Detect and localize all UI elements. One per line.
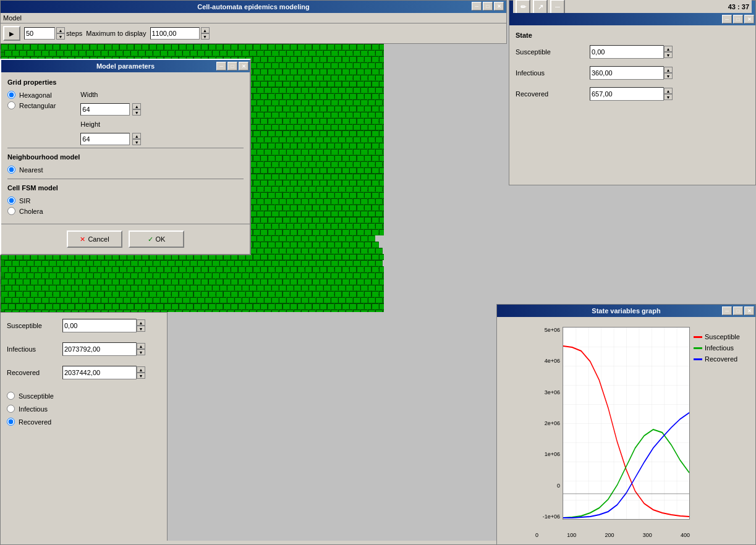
x-label-400: 400: [681, 532, 690, 538]
menu-bar: Model: [1, 13, 506, 23]
dialog-close-btn[interactable]: ✕: [239, 62, 248, 70]
steps-input[interactable]: [24, 27, 55, 40]
state-close-btn[interactable]: ✕: [744, 15, 754, 23]
susceptible-down[interactable]: ▼: [664, 52, 673, 58]
frame-indicator: 43 : 37: [728, 3, 749, 11]
radio-recovered[interactable]: [7, 418, 15, 426]
recovered-down[interactable]: ▼: [664, 94, 673, 100]
infectious-spinner: ▲ ▼: [664, 67, 673, 79]
graph-legend: Susceptible Infectious Recovered: [690, 327, 752, 520]
rectangular-radio[interactable]: [7, 101, 15, 109]
dialog-buttons: ✕ Cancel ✓ OK: [1, 224, 250, 254]
state-window-titlebar: ─ □ ✕: [509, 13, 755, 25]
height-down[interactable]: ▼: [132, 139, 141, 145]
left-infectious-input-group: ▲ ▼: [62, 342, 145, 356]
infectious-label: Infectious: [516, 69, 590, 77]
recovered-up[interactable]: ▲: [664, 88, 673, 94]
cancel-button[interactable]: ✕ Cancel: [67, 230, 122, 248]
hexagonal-radio[interactable]: [7, 91, 15, 99]
max-display-input[interactable]: [150, 27, 200, 40]
susceptible-row: Susceptible ▲ ▼: [516, 45, 749, 59]
maximize-button[interactable]: □: [483, 2, 493, 11]
close-button[interactable]: ✕: [494, 2, 504, 11]
width-down[interactable]: ▼: [132, 109, 141, 116]
sir-radio[interactable]: [7, 196, 15, 205]
max-display-down[interactable]: ▼: [201, 33, 210, 40]
play-button[interactable]: ▶: [3, 26, 20, 41]
model-params-dialog: Model parameters ─ □ ✕ Grid properties H…: [0, 59, 251, 255]
ok-button[interactable]: ✓ OK: [129, 230, 184, 248]
menu-model[interactable]: Model: [3, 14, 22, 22]
dialog-body: Grid properties Hexagonal Rectangular Wi…: [1, 72, 250, 224]
ok-icon: ✓: [148, 235, 153, 243]
max-display-up[interactable]: ▲: [201, 27, 210, 33]
play-icon: ▶: [9, 30, 14, 37]
width-up[interactable]: ▲: [132, 103, 141, 109]
recovered-input[interactable]: [590, 87, 664, 101]
height-label: Height: [80, 120, 111, 128]
y-label-0: 0: [557, 483, 560, 489]
cholera-radio[interactable]: [7, 207, 15, 215]
left-susceptible-row: Susceptible ▲ ▼: [7, 319, 161, 332]
height-input[interactable]: [80, 133, 130, 145]
susceptible-input[interactable]: [590, 45, 664, 59]
infectious-down[interactable]: ▼: [664, 73, 673, 79]
radio-susceptible[interactable]: [7, 392, 15, 400]
pencil-icon: ✏: [520, 3, 526, 11]
divider-2: [7, 179, 244, 179]
steps-up[interactable]: ▲: [56, 27, 65, 33]
height-row: Height: [80, 120, 141, 128]
left-susceptible-input[interactable]: [62, 319, 137, 332]
graph-maximize-btn[interactable]: □: [733, 306, 743, 315]
y-axis-labels: 5e+06 4e+06 3e+06 2e+06 1e+06 0 -1e+06: [532, 327, 563, 520]
left-susceptible-down[interactable]: ▼: [137, 326, 145, 332]
state-maximize-btn[interactable]: □: [733, 15, 743, 23]
left-infectious-up[interactable]: ▲: [137, 343, 145, 349]
infectious-input[interactable]: [590, 66, 664, 80]
dialog-minimize-btn[interactable]: ─: [216, 62, 226, 70]
steps-spinner: ▲ ▼: [56, 27, 65, 40]
state-window: ✏ ↗ ─ 43 : 37 ─ □ ✕ State Susceptible ▲: [509, 0, 756, 185]
left-recovered-input[interactable]: [62, 366, 137, 379]
state-title-bar: ✏ ↗ ─ 43 : 37: [509, 1, 755, 13]
left-recovered-row: Recovered ▲ ▼: [7, 366, 161, 379]
x-label-300: 300: [643, 532, 652, 538]
steps-down[interactable]: ▼: [56, 33, 65, 40]
nearest-radio[interactable]: [7, 166, 15, 174]
minimize-button[interactable]: ─: [472, 2, 482, 11]
minus-btn[interactable]: ─: [550, 0, 565, 14]
left-state-panel: Susceptible ▲ ▼ Infectious ▲ ▼: [1, 312, 168, 541]
state-section-label: State: [516, 32, 749, 39]
dialog-maximize-btn[interactable]: □: [227, 62, 237, 70]
cholera-row: Cholera: [7, 207, 244, 215]
radio-infectious[interactable]: [7, 405, 15, 413]
width-input[interactable]: [80, 103, 130, 116]
svg-rect-5: [563, 327, 689, 519]
left-recovered-spinner: ▲ ▼: [137, 366, 145, 379]
radio-infectious-label: Infectious: [19, 405, 48, 413]
width-input-row: ▲ ▼: [80, 103, 141, 116]
state-minimize-btn[interactable]: ─: [722, 15, 732, 23]
height-up[interactable]: ▲: [132, 133, 141, 139]
legend-recovered-color: [694, 358, 702, 360]
infectious-up[interactable]: ▲: [664, 67, 673, 73]
left-recovered-label: Recovered: [7, 369, 62, 376]
graph-close-btn[interactable]: ✕: [744, 306, 754, 315]
left-infectious-down[interactable]: ▼: [137, 349, 145, 355]
arrow-btn[interactable]: ↗: [533, 0, 548, 14]
left-infectious-input[interactable]: [62, 342, 137, 356]
graph-title-text: State variables graph: [592, 307, 660, 315]
y-label-3e6: 3e+06: [545, 389, 560, 395]
left-recovered-down[interactable]: ▼: [137, 373, 145, 379]
left-susceptible-up[interactable]: ▲: [137, 319, 145, 326]
pencil-btn[interactable]: ✏: [516, 0, 530, 14]
height-spinner: ▲ ▼: [132, 133, 141, 145]
dialog-title-bar: Model parameters ─ □ ✕: [1, 60, 250, 72]
left-recovered-up[interactable]: ▲: [137, 366, 145, 373]
sir-row: SIR: [7, 196, 244, 205]
graph-plot-area: [563, 327, 690, 520]
graph-minimize-btn[interactable]: ─: [722, 306, 732, 315]
legend-recovered: Recovered: [694, 355, 748, 363]
susceptible-up[interactable]: ▲: [664, 46, 673, 52]
steps-input-group: ▲ ▼ steps: [24, 27, 82, 40]
